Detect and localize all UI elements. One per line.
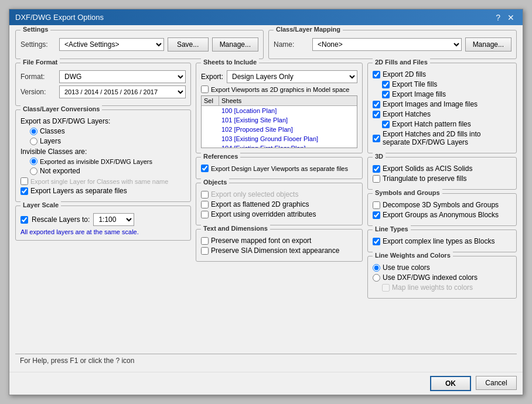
export-flattened-label[interactable]: Export as flattened 2D graphics bbox=[211, 200, 309, 208]
export-single-label[interactable]: Export single Layer for Classes with sam… bbox=[30, 178, 168, 185]
export-single-checkbox[interactable] bbox=[21, 177, 28, 185]
export-flattened-checkbox[interactable] bbox=[201, 201, 209, 208]
sheets-list-header: Sel Sheets bbox=[202, 96, 357, 106]
sheets-list[interactable]: Sel Sheets 100 [Location Plan] 101 [Exis… bbox=[201, 95, 357, 148]
exported-invisible-radio[interactable] bbox=[30, 158, 37, 165]
export-image-fills-label[interactable]: Export Image fills bbox=[392, 90, 446, 98]
close-button[interactable]: ✕ bbox=[505, 13, 517, 22]
use-true-radio[interactable] bbox=[373, 264, 380, 272]
export-complex-checkbox[interactable] bbox=[373, 238, 380, 245]
text-dimensions-inner: Preserve mapped font on export Preserve … bbox=[201, 237, 357, 255]
list-item[interactable]: 102 [Proposed Site Plan] bbox=[202, 125, 357, 134]
settings-save-button[interactable]: Save... bbox=[168, 37, 209, 52]
export-hatches-row: Export Hatches bbox=[373, 110, 511, 118]
preserve-sia-checkbox[interactable] bbox=[201, 247, 209, 255]
middle-column: Sheets to Include Export: Design Layers … bbox=[196, 63, 363, 262]
export-groups-checkbox[interactable] bbox=[373, 211, 380, 219]
export-hatches-checkbox[interactable] bbox=[373, 111, 380, 118]
export-images-label[interactable]: Export Images and Image files bbox=[383, 100, 478, 108]
line-weights-group: Line Weights and Colors Use true colors … bbox=[367, 256, 517, 299]
export-image-fills-checkbox[interactable] bbox=[382, 91, 390, 98]
text-dimensions-group: Text and Dimensions Preserve mapped font… bbox=[196, 229, 363, 262]
not-exported-label[interactable]: Not exported bbox=[40, 167, 80, 175]
col-sheet-header: Sheets bbox=[219, 96, 244, 105]
classes-radio-label[interactable]: Classes bbox=[40, 127, 65, 135]
export-tile-fills-label[interactable]: Export Tile fills bbox=[392, 80, 437, 88]
export-viewports-label[interactable]: Export Design Layer Viewports as separat… bbox=[211, 165, 348, 172]
export-images-row: Export Images and Image files bbox=[373, 100, 511, 108]
exported-invisible-label[interactable]: Exported as invisible DXF/DWG Layers bbox=[40, 158, 152, 165]
use-indexed-label[interactable]: Use DXF/DWG indexed colors bbox=[383, 273, 478, 282]
decompose-checkbox[interactable] bbox=[373, 201, 380, 209]
class-layer-conversions-inner: Export as DXF/DWG Layers: Classes Layers… bbox=[21, 117, 186, 195]
symbols-groups-group: Symbols and Groups Decompose 3D Symbols … bbox=[367, 193, 517, 226]
use-indexed-radio[interactable] bbox=[373, 274, 380, 282]
invisible-classes-label: Invisible Classes are: bbox=[21, 148, 87, 156]
export-complex-row: Export complex line types as Blocks bbox=[373, 237, 511, 245]
mapping-name-select[interactable]: <None> bbox=[312, 38, 462, 51]
export-overridden-row: Export using overridden attributes bbox=[201, 210, 357, 218]
export-hatch-pattern-label[interactable]: Export Hatch pattern files bbox=[392, 120, 471, 128]
map-line-weights-label[interactable]: Map line weights to colors bbox=[392, 283, 473, 292]
title-bar-controls: ? ✕ bbox=[493, 13, 517, 22]
version-form-row: Version: 2013 / 2014 / 2015 / 2016 / 201… bbox=[21, 85, 186, 98]
decompose-label[interactable]: Decompose 3D Symbols and Groups bbox=[383, 201, 499, 209]
preserve-mapped-checkbox[interactable] bbox=[201, 237, 209, 245]
layers-radio[interactable] bbox=[30, 138, 37, 145]
triangulate-label[interactable]: Triangulate to preserve fills bbox=[383, 174, 467, 183]
export-solids-label[interactable]: Export Solids as ACIS Solids bbox=[383, 165, 472, 173]
export-hatches-label[interactable]: Export Hatches bbox=[383, 110, 431, 118]
list-item[interactable]: 100 [Location Plan] bbox=[202, 106, 357, 115]
viewports-checkbox[interactable] bbox=[201, 85, 209, 93]
export-tile-fills-checkbox[interactable] bbox=[382, 81, 390, 88]
ok-button[interactable]: OK bbox=[430, 376, 471, 391]
3d-title: 3D bbox=[373, 153, 386, 160]
export-2d-fills-label[interactable]: Export 2D fills bbox=[383, 70, 426, 78]
settings-manage-button[interactable]: Manage... bbox=[212, 37, 258, 52]
export-selected-label[interactable]: Export only selected objects bbox=[211, 190, 298, 198]
export-groups-label[interactable]: Export Groups as Anonymous Blocks bbox=[383, 211, 499, 219]
viewports-label[interactable]: Export Viewports as 2D graphics in Model… bbox=[211, 86, 349, 93]
export-hatch-pattern-checkbox[interactable] bbox=[382, 121, 390, 128]
file-format-inner: Format: DWG Version: 2013 / 2014 / 2015 … bbox=[21, 70, 186, 98]
export-2d-fills-checkbox[interactable] bbox=[373, 71, 380, 78]
export-hatches-2d-checkbox[interactable] bbox=[373, 135, 380, 142]
export-solids-checkbox[interactable] bbox=[373, 165, 380, 173]
format-label: Format: bbox=[21, 73, 56, 81]
mapping-manage-button[interactable]: Manage... bbox=[465, 37, 511, 52]
preserve-mapped-label[interactable]: Preserve mapped font on export bbox=[211, 237, 311, 245]
line-weights-inner: Use true colors Use DXF/DWG indexed colo… bbox=[373, 263, 511, 292]
rescale-checkbox[interactable] bbox=[21, 216, 28, 224]
export-flattened-row: Export as flattened 2D graphics bbox=[201, 200, 357, 208]
export-layers-checkbox[interactable] bbox=[21, 187, 28, 195]
map-line-weights-checkbox[interactable] bbox=[382, 284, 390, 292]
fills-inner: Export 2D fills Export Tile fills Export… bbox=[373, 70, 511, 146]
export-images-checkbox[interactable] bbox=[373, 101, 380, 108]
export-selected-checkbox[interactable] bbox=[201, 191, 209, 198]
status-bar: For Help, press F1 or click the ? icon bbox=[15, 354, 517, 367]
cancel-button[interactable]: Cancel bbox=[476, 376, 517, 390]
settings-select[interactable]: <Active Settings> bbox=[59, 38, 164, 51]
help-button[interactable]: ? bbox=[493, 13, 503, 22]
format-select[interactable]: DWG bbox=[59, 70, 186, 83]
line-types-group: Line Types Export complex line types as … bbox=[367, 230, 517, 252]
export-overridden-checkbox[interactable] bbox=[201, 211, 209, 218]
export-overridden-label[interactable]: Export using overridden attributes bbox=[211, 210, 316, 218]
layers-radio-label[interactable]: Layers bbox=[40, 137, 61, 145]
export-select[interactable]: Design Layers Only bbox=[227, 70, 357, 83]
export-as-label: Export as DXF/DWG Layers: bbox=[21, 117, 110, 125]
use-true-label[interactable]: Use true colors bbox=[383, 263, 430, 272]
list-item[interactable]: 101 [Existing Site Plan] bbox=[202, 115, 357, 125]
export-layers-label[interactable]: Export Layers as separate files bbox=[30, 187, 127, 195]
triangulate-checkbox[interactable] bbox=[373, 175, 380, 183]
export-viewports-checkbox[interactable] bbox=[201, 165, 209, 172]
not-exported-radio[interactable] bbox=[30, 167, 37, 175]
preserve-sia-label[interactable]: Preserve SIA Dimension text appearance bbox=[211, 246, 339, 255]
export-complex-label[interactable]: Export complex line types as Blocks bbox=[383, 237, 495, 245]
classes-radio[interactable] bbox=[30, 128, 37, 135]
scale-select[interactable]: 1:100 bbox=[93, 213, 134, 226]
list-item[interactable]: 104 [Existing First Floor Plan] bbox=[202, 143, 357, 148]
symbols-groups-inner: Decompose 3D Symbols and Groups Export G… bbox=[373, 201, 511, 219]
list-item[interactable]: 103 [Existing Ground Flooer Plan] bbox=[202, 134, 357, 143]
version-select[interactable]: 2013 / 2014 / 2015 / 2016 / 2017 bbox=[59, 85, 186, 98]
